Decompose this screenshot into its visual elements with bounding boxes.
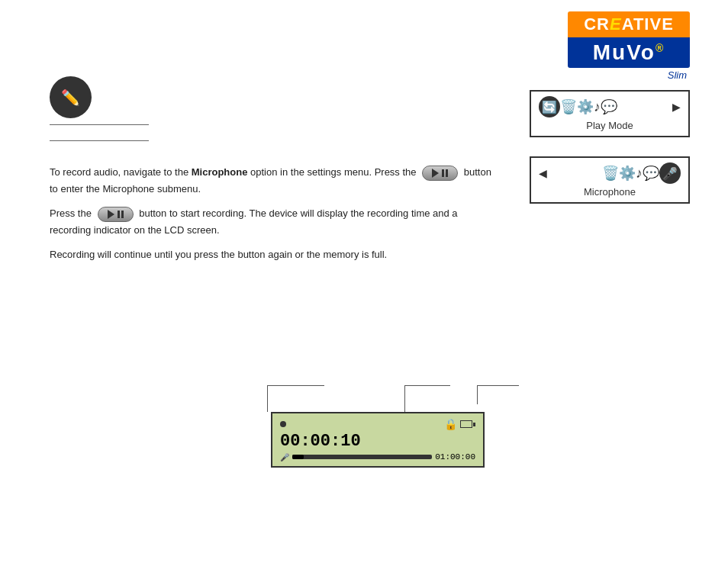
play-pause-button-1[interactable] (422, 166, 458, 181)
lcd-top-row: 🔒 (280, 418, 475, 430)
lcd-progress-row: 🎤 01:00:00 (280, 452, 475, 461)
main-text-area: To record audio, navigate to the Microph… (50, 164, 492, 271)
icon-circle-bg: ✏️ (50, 76, 92, 118)
para1-prefix: To record audio, navigate to the (50, 166, 192, 178)
menu-icon-3: ⚙️ (577, 98, 594, 115)
microphone-label: Microphone (584, 186, 636, 198)
menu-icons-row-1: 🔄 🗑️ ⚙️ ♪ 💬 ▶ (539, 96, 681, 117)
lcd-total-time: 01:00:00 (435, 452, 475, 461)
lcd-progress-bar (292, 455, 432, 459)
lcd-display: 🔒 00:00:10 🎤 01:00:00 (271, 412, 485, 468)
play-triangle-2 (108, 210, 114, 219)
lcd-battery-icon (460, 420, 475, 428)
tip-icon: ✏️ (50, 76, 92, 118)
pause-bar-2a (118, 211, 120, 218)
annot-line-top-3 (477, 385, 519, 386)
annot-line-top-1 (267, 385, 324, 386)
muvo-logo-text: MuVo® (568, 37, 690, 68)
slim-label: Slim (568, 69, 690, 81)
lcd-right-icons: 🔒 (444, 418, 475, 430)
menu-icon-selected-1: 🔄 (539, 96, 560, 117)
para2-prefix: Press the (50, 207, 92, 219)
play-btn-inline-2 (98, 207, 134, 222)
pause-bar-2b (121, 211, 124, 218)
paragraph-1: To record audio, navigate to the Microph… (50, 164, 492, 198)
play-mode-label: Play Mode (586, 120, 633, 131)
paragraph-2: Press the button to start recording. The… (50, 205, 492, 239)
annot-line-top-2 (404, 385, 450, 386)
para1-suffix: option in the settings menu. Press the (250, 166, 417, 178)
menu-icon-mic-1: 🗑️ (602, 165, 619, 182)
play-pause-button-2[interactable] (98, 207, 134, 222)
divider-line-1 (50, 124, 149, 125)
menu-icon-5: 💬 (601, 98, 617, 115)
para1-bold: Microphone (192, 166, 248, 178)
microphone-menu-box: ◀ 🗑️ ⚙️ ♪ 💬 🎤 Microphone (530, 156, 690, 204)
menu-icon-mic-4: 💬 (643, 165, 659, 182)
menu-icon-mic-3: ♪ (636, 166, 643, 182)
pause-bars-2 (118, 211, 124, 218)
annot-line-left (267, 385, 268, 412)
lcd-screen-body: 🔒 00:00:10 🎤 01:00:00 (271, 412, 485, 468)
lcd-time-display: 00:00:10 (280, 432, 475, 451)
play-triangle-1 (432, 169, 439, 178)
lcd-left-icons (280, 421, 288, 427)
battery-tip (473, 423, 475, 426)
lcd-progress-fill (292, 455, 304, 459)
play-mode-menu-box: 🔄 🗑️ ⚙️ ♪ 💬 ▶ Play Mode (530, 90, 690, 137)
menu-icon-mic-2: ⚙️ (619, 165, 636, 182)
battery-body (460, 420, 472, 428)
divider-line-2 (50, 140, 149, 141)
menu-icons-row-2: ◀ 🗑️ ⚙️ ♪ 💬 🎤 (539, 162, 681, 184)
annot-line-mid (404, 385, 405, 412)
menu-icon-4: ♪ (594, 99, 601, 115)
menu-icon-2: 🗑️ (560, 98, 577, 115)
pause-bar-1a (442, 169, 444, 177)
menu-arrow-right-1: ▶ (672, 101, 681, 113)
play-btn-inline-1 (422, 166, 458, 181)
diagram-area: 🔒 00:00:10 🎤 01:00:00 (252, 385, 534, 484)
lcd-record-dot (280, 421, 286, 427)
menu-arrow-left-2: ◀ (539, 167, 547, 179)
lcd-mic-icon: 🎤 (280, 453, 289, 461)
paragraph-3: Recording will continue until you press … (50, 246, 492, 263)
annot-line-right (477, 385, 478, 404)
para3-text: Recording will continue until you press … (50, 249, 387, 260)
brand-logo: CREATIVE MuVo® Slim (568, 11, 690, 81)
section-dividers (50, 124, 149, 156)
creative-logo-text: CREATIVE (568, 11, 690, 37)
menu-icon-selected-mic: 🎤 (659, 162, 681, 184)
pause-bar-1b (446, 169, 448, 177)
pause-bars-1 (442, 169, 448, 177)
lcd-lock-icon: 🔒 (444, 418, 457, 430)
